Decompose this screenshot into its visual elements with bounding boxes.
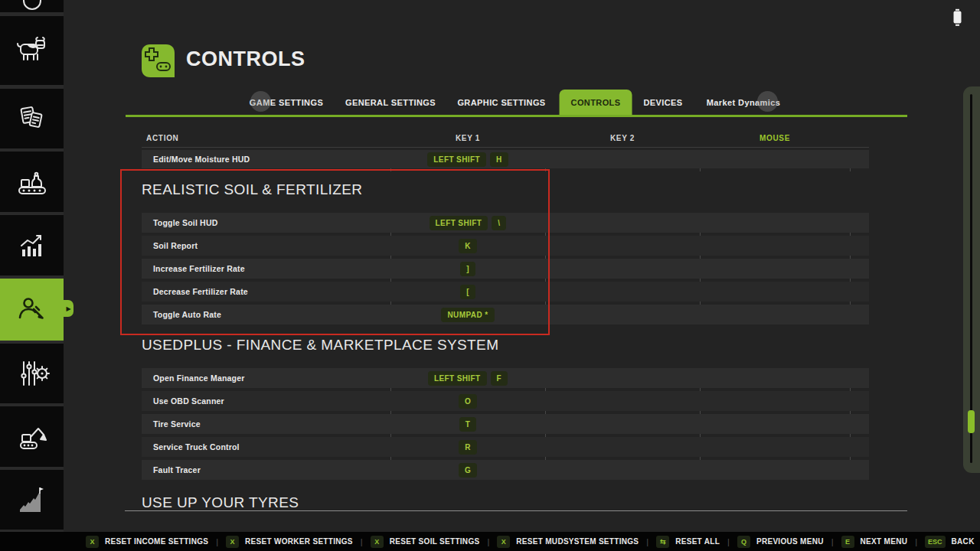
bottom-hotkey-bar: XRESET INCOME SETTINGS|XRESET WORKER SET… [0, 532, 980, 551]
sidebar-item-workers[interactable] [0, 279, 64, 341]
key2-cell[interactable] [545, 368, 700, 388]
key2-cell[interactable] [545, 414, 700, 434]
key1-cell[interactable]: G [390, 460, 545, 480]
scrollbar-track [970, 94, 972, 463]
key-badge: NUMPAD * [441, 308, 494, 322]
section-use-up-your-tyres: USE UP YOUR TYRES [142, 494, 869, 512]
mouse-cell[interactable] [700, 414, 850, 434]
sidebar-item-animals[interactable] [0, 16, 64, 85]
vehicle-settings-icon [14, 355, 51, 392]
section-rows: Open Finance ManagerLEFT SHIFTFUse OBD S… [142, 368, 869, 480]
finances-icon [14, 481, 51, 518]
key2-cell[interactable] [545, 282, 700, 302]
mouse-cell[interactable] [700, 213, 850, 233]
key1-cell[interactable]: K [390, 236, 545, 256]
hotkey-reset-mudsystem-settings[interactable]: XRESET MUDSYSTEM SETTINGS [497, 536, 639, 548]
binding-row[interactable]: Decrease Fertilizer Rate[ [142, 282, 869, 302]
key-badge: O [459, 394, 477, 409]
binding-row[interactable]: Toggle Soil HUDLEFT SHIFT\ [142, 213, 869, 233]
binding-row[interactable]: Increase Fertilizer Rate] [142, 259, 869, 279]
hotkey-reset-income-settings[interactable]: XRESET INCOME SETTINGS [86, 536, 208, 548]
mouse-cell[interactable] [700, 368, 850, 388]
sidebar-item-production[interactable] [0, 152, 64, 212]
binding-row[interactable]: Toggle Auto RateNUMPAD * [142, 305, 869, 324]
mouse-cell[interactable] [700, 460, 850, 480]
key-badge: LEFT SHIFT [428, 371, 487, 386]
key2-cell[interactable] [545, 236, 700, 256]
binding-row[interactable]: Tire ServiceT [142, 414, 869, 434]
mouse-cell[interactable] [700, 282, 850, 302]
mouse-cell[interactable] [700, 305, 850, 324]
key1-cell[interactable]: R [390, 437, 545, 457]
mouse-cell[interactable] [700, 391, 850, 411]
key2-cell[interactable] [545, 213, 700, 233]
sidebar-item-construction[interactable] [0, 406, 64, 467]
hotkey-back[interactable]: ESCBACK [925, 536, 975, 548]
binding-row[interactable]: Edit/Move Moisture HUDLEFT SHIFTH [142, 150, 869, 168]
key2-cell[interactable] [545, 460, 700, 480]
key2-cell[interactable] [545, 305, 700, 324]
key1-cell[interactable]: O [390, 391, 545, 411]
key1-cell[interactable]: T [390, 414, 545, 434]
key-badge: LEFT SHIFT [430, 216, 488, 230]
sidebar-item-finances[interactable] [0, 470, 64, 530]
mouse-cell[interactable] [700, 259, 850, 279]
hotkey-badge: X [86, 536, 99, 548]
hotkey-reset-soil-settings[interactable]: XRESET SOIL SETTINGS [371, 536, 480, 548]
key1-cell[interactable]: [ [390, 282, 545, 302]
tab-underline-accent [126, 115, 907, 117]
key1-cell[interactable]: LEFT SHIFTF [390, 368, 545, 388]
tab-devices[interactable]: DEVICES [643, 90, 682, 116]
mouse-cell[interactable] [700, 437, 850, 457]
hotkey-badge: Q [737, 536, 750, 548]
binding-row[interactable]: Open Finance ManagerLEFT SHIFTF [142, 368, 869, 388]
hotkey-badge: X [226, 536, 239, 548]
key1-cell[interactable]: ] [390, 259, 545, 279]
hotkey-reset-worker-settings[interactable]: XRESET WORKER SETTINGS [226, 536, 353, 548]
action-label: Open Finance Manager [142, 368, 390, 388]
action-label: Decrease Fertilizer Rate [142, 282, 390, 302]
sidebar-item-vehicle-settings[interactable] [0, 344, 64, 403]
key2-cell[interactable] [545, 391, 700, 411]
action-label: Soil Report [142, 236, 390, 256]
hotkey-separator: | [727, 537, 730, 546]
binding-row[interactable]: Fault TracerG [142, 460, 869, 480]
hotkey-badge: E [841, 536, 854, 548]
key1-cell[interactable]: LEFT SHIFT\ [390, 213, 545, 233]
scrollbar-thumb[interactable] [968, 410, 975, 433]
binding-row[interactable]: Service Truck ControlR [142, 437, 869, 457]
key2-cell[interactable] [545, 150, 700, 168]
action-label: Service Truck Control [142, 437, 390, 457]
binding-row[interactable]: Soil ReportK [142, 236, 869, 256]
hotkey-separator: | [915, 537, 917, 546]
hotkey-badge: ⇆ [656, 536, 669, 548]
key-badge: LEFT SHIFT [427, 152, 486, 167]
mouse-cell[interactable] [700, 236, 850, 256]
mouse-cell[interactable] [700, 150, 850, 168]
sidebar-item-clock[interactable] [0, 0, 64, 12]
key-badge: R [459, 440, 477, 455]
construction-icon [14, 419, 51, 455]
binding-row[interactable]: Use OBD ScannerO [142, 391, 869, 411]
section-title: REALISTIC SOIL & FERTILIZER [142, 181, 869, 199]
nav-hint-circle [757, 91, 778, 112]
production-icon [14, 164, 51, 201]
gamepad-icon [141, 44, 175, 78]
section-rows: Toggle Soil HUDLEFT SHIFT\Soil ReportKIn… [142, 213, 869, 324]
page-title: CONTROLS [186, 47, 305, 71]
hotkey-separator: | [216, 537, 218, 546]
hotkey-previous-menu[interactable]: QPREVIOUS MENU [737, 536, 824, 548]
action-label: Increase Fertilizer Rate [142, 259, 390, 279]
key1-cell[interactable]: LEFT SHIFTH [390, 150, 545, 168]
key2-cell[interactable] [545, 437, 700, 457]
tab-general-settings[interactable]: GENERAL SETTINGS [345, 90, 436, 116]
sidebar-item-statistics[interactable] [0, 215, 64, 276]
hotkey-reset-all[interactable]: ⇆RESET ALL [656, 536, 720, 548]
hotkey-next-menu[interactable]: ENEXT MENU [841, 536, 908, 548]
key2-cell[interactable] [545, 259, 700, 279]
tab-graphic-settings[interactable]: GRAPHIC SETTINGS [457, 90, 545, 116]
tab-controls[interactable]: CONTROLS [560, 90, 632, 116]
scrollbar[interactable] [963, 86, 980, 473]
sidebar [0, 0, 64, 532]
key1-cell[interactable]: NUMPAD * [390, 305, 545, 324]
